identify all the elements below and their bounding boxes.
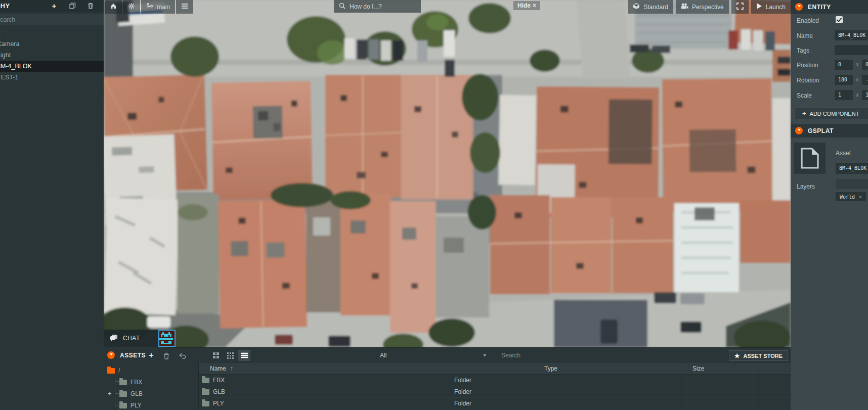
launch-button[interactable]: Launch — [751, 0, 791, 14]
folder-glb[interactable]: GLB — [119, 389, 143, 398]
name-input[interactable]: 8M-4_BLOK — [835, 30, 868, 40]
folder-icon — [202, 389, 209, 395]
playcanvas-editor: main How do I...? Hide × Standard — [0, 0, 868, 410]
viewport-right-toolbar: Standard Perspective Launch — [628, 0, 791, 14]
scale-label: Scale — [797, 92, 812, 99]
assets-folder-tree: / FBX + GLB PLY — [104, 363, 198, 410]
entity-section-header[interactable]: ENTITY — [791, 0, 868, 14]
folder-icon — [119, 380, 127, 385]
delete-asset-button[interactable] — [162, 352, 170, 360]
rotation-label: Rotation — [797, 77, 819, 84]
hierarchy-item-light[interactable]: Light — [0, 50, 104, 61]
view-grid-large-button[interactable] — [224, 350, 236, 361]
camera-icon — [681, 3, 688, 11]
add-component-button[interactable]: + ADD COMPONENT — [795, 108, 868, 119]
hierarchy-search-input[interactable]: Search — [0, 14, 104, 25]
hamburger-icon — [181, 3, 188, 11]
standard-view-button[interactable]: Standard — [628, 0, 673, 14]
standard-label: Standard — [643, 4, 668, 11]
asset-store-label: ASSET STORE — [744, 353, 783, 359]
remove-layer-icon[interactable]: × — [859, 194, 862, 200]
layers-input[interactable] — [836, 179, 868, 189]
settings-button[interactable] — [123, 0, 140, 14]
chevron-down-icon: ▾ — [483, 352, 486, 358]
hide-button[interactable]: Hide × — [513, 1, 540, 10]
gsplat-asset-field[interactable]: 8M-4_BLOK — [836, 163, 868, 174]
scale-y-input[interactable]: 1 — [862, 90, 868, 100]
perspective-button[interactable]: Perspective — [676, 0, 729, 14]
folder-icon — [119, 403, 127, 408]
fullscreen-button[interactable] — [731, 0, 749, 14]
perspective-label: Perspective — [692, 4, 724, 11]
viewport-3d[interactable]: main How do I...? Hide × Standard — [104, 0, 791, 347]
branch-icon — [146, 3, 153, 11]
entity-title: ENTITY — [808, 4, 831, 11]
gsplat-title: GSPLAT — [808, 127, 834, 134]
column-name[interactable]: Name — [210, 365, 226, 372]
assets-filter-select[interactable]: All ▾ — [361, 349, 493, 361]
entity-icon — [795, 3, 803, 11]
asset-row-fbx[interactable]: FBX Folder — [199, 375, 791, 386]
assets-search-input[interactable]: Search — [495, 349, 604, 361]
column-size[interactable]: Size — [692, 365, 704, 372]
pixel-avatar-icon — [159, 331, 175, 346]
chat-user-avatar[interactable] — [158, 330, 176, 347]
rotation-x-input[interactable]: 180 — [835, 75, 853, 85]
asset-row-glb[interactable]: GLB Folder — [199, 386, 791, 398]
folder-root[interactable]: / — [107, 366, 120, 375]
enabled-checkbox[interactable] — [836, 16, 843, 23]
tags-label: Tags — [797, 47, 809, 54]
position-y-input[interactable]: 0 — [862, 60, 868, 70]
hierarchy-item-camera[interactable]: Camera — [0, 38, 104, 50]
tags-input[interactable] — [835, 45, 868, 55]
hierarchy-item-root[interactable]: Root — [0, 27, 104, 38]
folder-icon — [202, 378, 209, 383]
chat-button[interactable]: CHAT — [104, 330, 158, 347]
column-type[interactable]: Type — [544, 365, 557, 372]
assets-search-placeholder: Search — [501, 352, 520, 359]
add-asset-button[interactable]: + — [147, 351, 155, 359]
assets-filter-value: All — [380, 352, 386, 359]
asset-row-ply[interactable]: PLY Folder — [199, 398, 791, 409]
assets-table-header[interactable]: Name ↑ Type Size — [199, 363, 791, 375]
view-grid-small-button[interactable] — [210, 350, 222, 361]
position-label: Position — [797, 62, 818, 69]
hierarchy-item-test-1[interactable]: TEST-1 — [0, 72, 104, 83]
search-icon — [339, 3, 345, 11]
add-entity-button[interactable]: + — [50, 2, 58, 10]
folder-icon — [107, 368, 115, 374]
layer-chip-world[interactable]: World × — [836, 192, 866, 201]
folder-icon — [119, 391, 127, 397]
hierarchy-item-8m-4-blok[interactable]: 8M-4_BLOK — [0, 61, 104, 72]
folder-icon — [202, 401, 209, 406]
delete-button[interactable] — [86, 2, 95, 10]
hide-label: Hide — [517, 2, 531, 9]
view-list-button[interactable] — [238, 350, 250, 361]
asset-label: Asset — [836, 150, 851, 157]
position-x-input[interactable]: 0 — [835, 60, 853, 70]
rotation-y-input[interactable]: - — [862, 75, 868, 85]
asset-store-button[interactable]: ★ ASSET STORE — [729, 350, 788, 361]
gsplat-section-header[interactable]: GSPLAT — [791, 124, 868, 138]
duplicate-button[interactable] — [68, 2, 76, 10]
expand-plus-icon[interactable]: + — [108, 391, 113, 397]
hierarchy-toolbar: + — [50, 2, 95, 10]
branch-button[interactable]: main — [141, 0, 175, 14]
viewport-mini-toolbar: main — [105, 0, 193, 14]
chat-icon — [110, 334, 118, 343]
inspector-panel: ENTITY Enabled Name 8M-4_BLOK Tags Posit… — [791, 0, 868, 410]
folder-ply[interactable]: PLY — [119, 401, 142, 410]
menu-button[interactable] — [176, 0, 193, 14]
assets-toolbar: ASSETS + All ▾ Search — [104, 348, 791, 363]
howdoi-search[interactable]: How do I...? — [334, 0, 421, 13]
folder-fbx[interactable]: FBX — [119, 378, 142, 387]
gear-icon — [128, 3, 135, 11]
scene-render[interactable] — [104, 0, 791, 347]
scale-x-input[interactable]: 1 — [835, 90, 853, 100]
launch-label: Launch — [766, 4, 786, 11]
gsplat-asset-thumbnail[interactable] — [794, 143, 826, 174]
undo-icon[interactable] — [179, 352, 187, 360]
assets-panel-icon[interactable] — [107, 351, 115, 359]
home-button[interactable] — [105, 0, 122, 14]
play-icon — [756, 3, 762, 11]
